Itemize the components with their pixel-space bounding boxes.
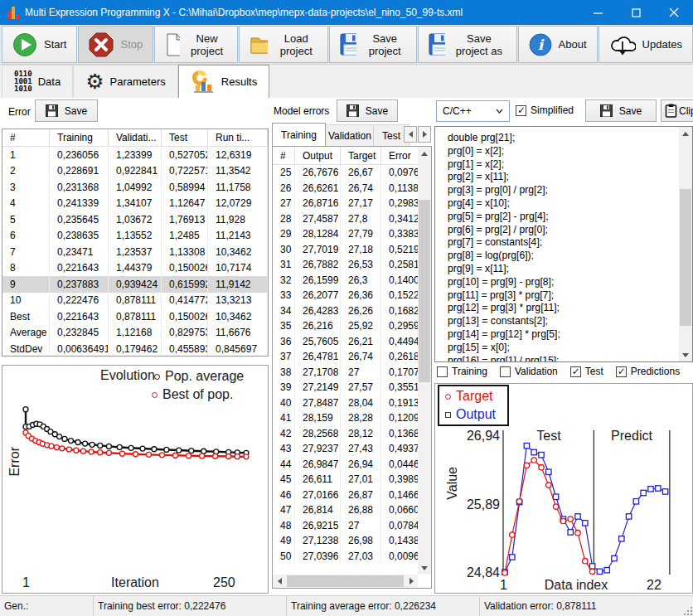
table-row[interactable]: 47 26,814 26,88 0,066008	[273, 502, 419, 518]
toggle-predictions[interactable]: Predictions	[616, 366, 680, 377]
table-row[interactable]: 6 0,238635 1,13552 1,2485 11,2143	[2, 228, 268, 245]
table-row[interactable]: 35 26,216 25,92 0,295984	[273, 318, 419, 334]
table-row[interactable]: 46 27,0166 26,87 0,146609	[273, 487, 419, 503]
column-header-runtime[interactable]: Run ti...	[208, 129, 268, 146]
table-row[interactable]: 1 0,236056 1,23399 0,527052 12,6319	[2, 147, 268, 163]
table-row[interactable]: 40 27,8487 28,04 0,191323	[273, 395, 419, 411]
tab-data[interactable]: 011010011010 Data	[2, 65, 73, 98]
toggle-validation[interactable]: Validation	[500, 366, 558, 377]
simplified-checkbox[interactable]: Simplified	[516, 104, 574, 116]
load-project-button[interactable]: Load project	[239, 26, 328, 63]
table-row[interactable]: 30 27,7019 27,18 0,521945	[273, 242, 419, 258]
new-project-button[interactable]: New project	[154, 26, 238, 63]
chart-icon	[191, 70, 216, 94]
x-tick-last: 250	[213, 575, 235, 590]
column-header-test[interactable]: Test	[162, 129, 208, 146]
table-row[interactable]: 31 26,7882 26,53 0,258182	[273, 257, 419, 273]
table-row[interactable]: 42 28,2568 28,12 0,136832	[273, 426, 419, 442]
language-select[interactable]: C/C++	[436, 100, 510, 122]
scroll-right-button[interactable]	[405, 575, 418, 588]
table-row[interactable]: 9 0,237883 0,939424 0,615992 11,9142	[2, 276, 268, 293]
scroll-up-button[interactable]	[418, 147, 431, 160]
scroll-down-button[interactable]	[679, 348, 692, 361]
tab-scroll-right[interactable]	[418, 126, 431, 143]
table-row[interactable]: 3 0,231368 1,04992 0,58994 11,1758	[2, 179, 268, 196]
table-row[interactable]: 25 26,7676 26,67 0,097612	[273, 165, 419, 181]
column-header-target[interactable]: Target	[341, 147, 381, 164]
table-row[interactable]: StdDev 0,00636491 0,179462 0,455893 0,84…	[2, 341, 268, 357]
table-row[interactable]: 39 27,2149 27,57 0,355103	[273, 380, 419, 395]
error-save-button[interactable]: Save	[35, 99, 98, 122]
circle-marker-icon	[445, 394, 451, 400]
code-save-button[interactable]: Save	[585, 99, 657, 122]
stop-button[interactable]: Stop	[78, 26, 153, 63]
table-row[interactable]: 32 26,1599 26,3 0,140062	[273, 273, 419, 289]
table-row[interactable]: 4 0,241339 1,34107 1,12647 12,0729	[2, 196, 268, 212]
tab-training[interactable]: Training	[272, 123, 326, 146]
tab-results[interactable]: Results	[178, 65, 269, 98]
scroll-down-button[interactable]	[418, 561, 431, 575]
scroll-left-button[interactable]	[273, 575, 286, 588]
table-row[interactable]: 45 26,611 27,01 0,398998	[273, 472, 419, 487]
binary-icon: 011010011010	[14, 70, 32, 93]
tab-scroll-left[interactable]	[404, 126, 417, 143]
column-header-error[interactable]: Error	[381, 147, 419, 164]
table-row[interactable]: 8 0,221643 1,44379 0,150026 10,7174	[2, 260, 268, 277]
table-row[interactable]: 38 27,1708 27 0,170794	[273, 365, 419, 381]
legend-target: Target	[445, 389, 492, 404]
table-row[interactable]: 43 27,9237 27,43 0,493738	[273, 441, 419, 457]
model-save-button[interactable]: Save	[337, 99, 398, 122]
tab-validation[interactable]: Validation	[319, 124, 380, 146]
status-training-best: Training best error: 0,222476	[93, 596, 286, 616]
table-row[interactable]: 50 27,0396 27,03 0,009634	[273, 549, 419, 565]
column-header-number[interactable]: #	[2, 129, 50, 146]
table-row[interactable]: Average 0,232845 1,12168 0,829753 11,667…	[2, 325, 268, 342]
close-button[interactable]	[655, 0, 693, 25]
table-row[interactable]: 2 0,228691 0,922841 0,722571 11,3542	[2, 163, 268, 180]
up-arrow-icon	[421, 148, 428, 156]
table-row[interactable]: 26 26,6261 26,74 0,113891	[273, 181, 419, 196]
scroll-thumb[interactable]	[287, 575, 404, 587]
checkbox-icon	[437, 366, 448, 377]
table-row[interactable]: 7 0,23471 1,23537 1,13308 10,3462	[2, 244, 268, 260]
scroll-thumb[interactable]	[419, 200, 430, 382]
table-row[interactable]: 44 26,9847 26,94 0,044650	[273, 457, 419, 473]
table-row[interactable]: 48 26,9215 27 0,078470	[273, 518, 419, 534]
toggle-test[interactable]: Test	[570, 366, 603, 377]
info-icon: i	[529, 33, 552, 56]
column-header-output[interactable]: Output	[295, 147, 341, 164]
table-row[interactable]: Best 0,221643 0,878111 0,150026 10,3462	[2, 308, 268, 325]
table-row[interactable]: 49 27,1238 26,98 0,143835	[273, 533, 419, 549]
table-row[interactable]: 5 0,235645 1,03672 1,76913 11,928	[2, 211, 268, 228]
left-arrow-icon	[405, 131, 413, 138]
tab-parameters[interactable]: ⚙ Parameters	[73, 65, 178, 98]
table-row[interactable]: 27 26,8716 27,17 0,298384	[273, 196, 419, 211]
column-header-number[interactable]: #	[273, 147, 295, 164]
updates-button[interactable]: Updates	[598, 26, 693, 63]
start-button[interactable]: Start	[2, 26, 77, 63]
table-row[interactable]: 33 26,2077 26,36 0,152287	[273, 288, 419, 303]
stop-icon	[89, 32, 114, 57]
maximize-button[interactable]	[617, 0, 655, 25]
minimize-button[interactable]	[579, 0, 617, 25]
table-row[interactable]: 10 0,222476 0,878111 0,414772 13,3213	[2, 293, 268, 309]
x-axis-label-iteration: Iteration	[52, 575, 218, 590]
column-header-training[interactable]: Training	[50, 129, 109, 146]
resize-grip[interactable]	[681, 604, 692, 615]
save-project-as-button[interactable]: Save project as	[418, 26, 516, 63]
table-row[interactable]: 28 27,4587 27,8 0,341298	[273, 211, 419, 227]
table-row[interactable]: 34 26,4283 26,26 0,168276	[273, 303, 419, 319]
table-row[interactable]: 29 28,1284 27,79 0,338365	[273, 226, 419, 242]
about-button[interactable]: i About	[518, 26, 598, 63]
save-project-button[interactable]: Save project	[329, 26, 417, 63]
folder-icon	[250, 34, 268, 56]
table-row[interactable]: 41 28,159 28,28 0,120951	[273, 410, 419, 426]
toggle-training[interactable]: Training	[437, 366, 487, 377]
checkbox-icon	[500, 366, 511, 377]
clipboard-button[interactable]: Clipboard	[661, 99, 693, 122]
scroll-up-button[interactable]	[679, 127, 692, 140]
column-header-validation[interactable]: Validati...	[109, 129, 162, 146]
table-row[interactable]: 37 26,4781 26,74 0,261882	[273, 349, 419, 365]
table-row[interactable]: 36 25,7605 26,21 0,449498	[273, 334, 419, 350]
scroll-thumb[interactable]	[680, 189, 691, 326]
